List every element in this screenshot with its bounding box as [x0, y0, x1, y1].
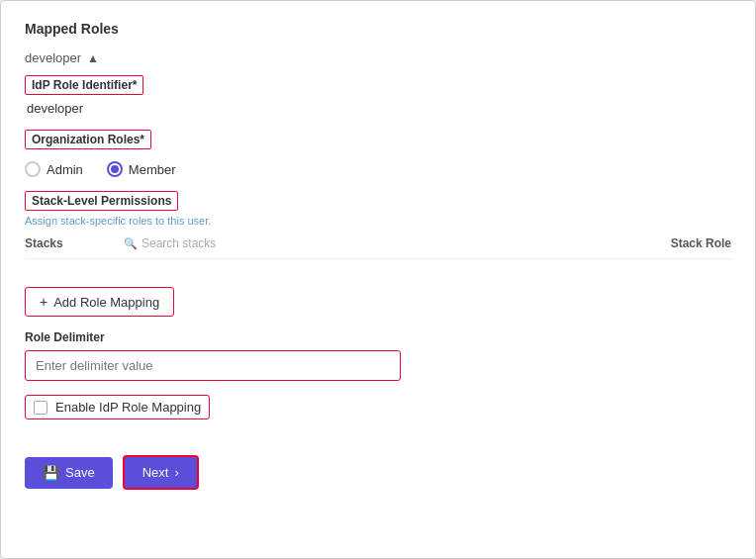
next-label: Next	[142, 465, 169, 480]
chevron-up-icon: ▲	[87, 51, 99, 65]
main-window: Mapped Roles developer ▲ IdP Role Identi…	[0, 0, 756, 559]
next-button[interactable]: Next ›	[123, 455, 199, 490]
developer-label: developer	[25, 50, 81, 65]
save-label: Save	[65, 465, 95, 480]
plus-icon: +	[40, 294, 47, 310]
add-role-mapping-button[interactable]: + Add Role Mapping	[25, 287, 174, 317]
developer-section-header[interactable]: developer ▲	[25, 50, 731, 65]
org-roles-section: Organization Roles* Admin Member	[25, 130, 731, 177]
org-roles-label: Organization Roles*	[25, 130, 151, 149]
radio-admin-label: Admin	[47, 162, 83, 177]
footer-buttons: 💾 Save Next ›	[25, 455, 731, 490]
stack-permissions-section: Stack-Level Permissions Assign stack-spe…	[25, 191, 731, 259]
radio-member-label: Member	[129, 162, 176, 177]
stacks-column-header: Stacks	[25, 236, 124, 250]
next-arrow-icon: ›	[174, 465, 178, 480]
radio-member-circle[interactable]	[107, 161, 123, 177]
idp-role-value: developer	[25, 101, 731, 116]
stacks-row: Stacks 🔍 Search stacks Stack Role	[25, 236, 731, 259]
search-stacks-placeholder: Search stacks	[142, 236, 216, 250]
stack-role-column-header: Stack Role	[613, 236, 731, 250]
save-icon: 💾	[43, 465, 59, 481]
delimiter-input[interactable]	[25, 350, 401, 381]
radio-member[interactable]: Member	[107, 161, 176, 177]
enable-idp-checkbox[interactable]	[34, 401, 47, 415]
add-role-mapping-label: Add Role Mapping	[53, 295, 159, 310]
enable-idp-label: Enable IdP Role Mapping	[55, 400, 201, 415]
radio-admin-circle[interactable]	[25, 161, 41, 177]
page-title: Mapped Roles	[25, 21, 731, 37]
stack-permissions-helper: Assign stack-specific roles to this user…	[25, 215, 731, 227]
search-stacks[interactable]: 🔍 Search stacks	[124, 236, 613, 250]
role-delimiter-section: Role Delimiter	[25, 330, 731, 381]
enable-idp-section[interactable]: Enable IdP Role Mapping	[25, 395, 210, 419]
radio-group: Admin Member	[25, 161, 731, 177]
stack-permissions-label: Stack-Level Permissions	[25, 191, 178, 211]
radio-admin[interactable]: Admin	[25, 161, 83, 177]
save-button[interactable]: 💾 Save	[25, 457, 113, 489]
search-icon: 🔍	[124, 237, 138, 250]
role-delimiter-label: Role Delimiter	[25, 330, 731, 344]
idp-role-label: IdP Role Identifier*	[25, 75, 143, 95]
